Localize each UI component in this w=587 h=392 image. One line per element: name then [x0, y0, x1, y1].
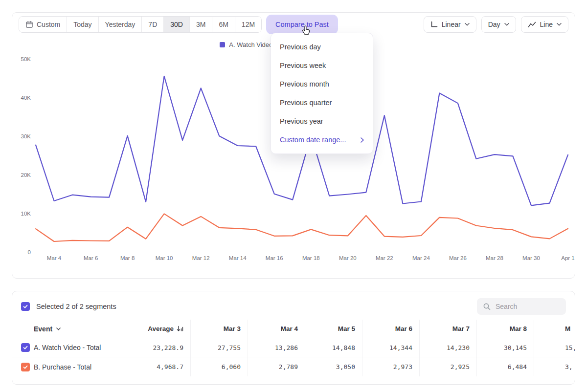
value-cell: 14,230	[420, 338, 477, 357]
svg-text:0: 0	[28, 249, 31, 255]
check-icon	[23, 304, 28, 309]
svg-text:Mar 24: Mar 24	[412, 255, 430, 261]
range-30d-button[interactable]: 30D	[164, 17, 190, 32]
svg-text:Mar 4: Mar 4	[47, 255, 62, 261]
svg-text:Mar 30: Mar 30	[522, 255, 540, 261]
search-box	[477, 298, 566, 315]
value-cell: 30,145	[477, 338, 534, 357]
svg-text:40K: 40K	[21, 95, 31, 101]
scale-label: Linear	[442, 21, 461, 28]
range-custom-button[interactable]: Custom	[19, 17, 67, 32]
menu-item-custom-date-range[interactable]: Custom date range...	[271, 131, 373, 149]
menu-item-previous-quarter[interactable]: Previous quarter	[271, 93, 373, 112]
sort-icon	[177, 326, 183, 332]
column-header-mar-6: Mar 6	[362, 320, 420, 338]
value-cell: 2,925	[420, 357, 477, 376]
svg-text:30K: 30K	[21, 133, 31, 139]
line-chart-icon	[528, 22, 536, 28]
svg-text:Mar 12: Mar 12	[192, 255, 210, 261]
table-toolbar: Selected 2 of 2 segments	[12, 291, 575, 320]
search-icon	[483, 303, 491, 311]
value-cell: 6,060	[191, 357, 248, 376]
event-header-label: Event	[34, 325, 52, 333]
svg-text:20K: 20K	[21, 172, 31, 178]
menu-item-previous-month[interactable]: Previous month	[271, 75, 373, 93]
row-checkbox[interactable]	[21, 343, 30, 352]
granularity-select[interactable]: Day	[481, 16, 516, 33]
svg-text:Mar 14: Mar 14	[229, 255, 247, 261]
range-today-button[interactable]: Today	[67, 17, 98, 32]
value-cell: 14,848	[305, 338, 362, 357]
legend-swatch	[220, 42, 225, 47]
svg-text:50K: 50K	[21, 56, 31, 62]
check-icon	[23, 364, 28, 370]
value-cell: 3,050	[305, 357, 362, 376]
svg-text:Mar 28: Mar 28	[486, 255, 503, 261]
chevron-down-icon	[56, 327, 61, 330]
range-6m-button[interactable]: 6M	[212, 17, 235, 32]
chevron-down-icon	[504, 23, 509, 26]
date-range-group: CustomTodayYesterday7D30D3M6M12M	[19, 16, 262, 33]
range-yesterday-button[interactable]: Yesterday	[99, 17, 142, 32]
svg-text:Mar 26: Mar 26	[449, 255, 467, 261]
svg-text:Mar 16: Mar 16	[266, 255, 283, 261]
column-header-mar-4: Mar 4	[248, 320, 305, 338]
row-label-cell: A. Watch Video - Total	[12, 343, 134, 352]
custom-date-range-label: Custom date range...	[280, 136, 346, 144]
chart-type-label: Line	[540, 21, 553, 28]
chart-type-select[interactable]: Line	[521, 16, 568, 33]
row-label: B. Purchase - Total	[34, 363, 91, 371]
menu-item-previous-week[interactable]: Previous week	[271, 56, 373, 75]
value-cell: 23,228.9	[134, 338, 191, 357]
value-cell: 6,484	[477, 357, 534, 376]
search-input[interactable]	[496, 303, 557, 310]
value-cell: 13,286	[248, 338, 305, 357]
column-header-mar-7: Mar 7	[420, 320, 477, 338]
table-row-b-purchase-total[interactable]: B. Purchase - Total4,968.76,0602,7893,05…	[12, 357, 575, 376]
compare-menu: Previous dayPrevious weekPrevious monthP…	[271, 33, 373, 154]
column-header-m: M	[534, 320, 575, 338]
range-12m-button[interactable]: 12M	[235, 17, 261, 32]
range-3m-button[interactable]: 3M	[190, 17, 212, 32]
column-header-mar-5: Mar 5	[305, 320, 362, 338]
svg-text:Apr 1: Apr 1	[561, 255, 575, 261]
selected-count-label: Selected 2 of 2 segments	[36, 303, 116, 310]
column-header-average[interactable]: Average	[134, 320, 191, 338]
column-header-mar-3: Mar 3	[191, 320, 248, 338]
svg-text:Mar 18: Mar 18	[302, 255, 320, 261]
select-all-checkbox[interactable]	[21, 302, 30, 311]
column-header-event[interactable]: Event	[12, 325, 134, 333]
chart-card: CustomTodayYesterday7D30D3M6M12M Compare…	[12, 12, 575, 279]
value-cell: 2,973	[362, 357, 420, 376]
menu-item-previous-year[interactable]: Previous year	[271, 112, 373, 131]
row-checkbox[interactable]	[21, 363, 30, 371]
svg-text:Mar 22: Mar 22	[376, 255, 393, 261]
value-cell: 15,	[534, 338, 575, 357]
value-cell: 2,789	[248, 357, 305, 376]
range-7d-button[interactable]: 7D	[142, 17, 164, 32]
value-cell: 4,968.7	[134, 357, 191, 376]
compare-to-past-button[interactable]: Compare to Past	[268, 16, 337, 33]
value-cell: 14,344	[362, 338, 420, 357]
chevron-down-icon	[465, 23, 470, 26]
svg-text:Mar 10: Mar 10	[156, 255, 173, 261]
scale-select[interactable]: Linear	[424, 16, 476, 33]
svg-text:10K: 10K	[21, 211, 31, 217]
calendar-icon	[25, 21, 33, 28]
value-cell: 3,	[534, 357, 575, 376]
linear-scale-icon	[430, 21, 438, 28]
menu-item-previous-day[interactable]: Previous day	[271, 38, 373, 56]
svg-text:Mar 6: Mar 6	[84, 255, 98, 261]
segments-table: EventAverageMar 3Mar 4Mar 5Mar 6Mar 7Mar…	[12, 320, 575, 376]
chart-options-group: Linear Day Line	[424, 16, 568, 33]
row-label: A. Watch Video - Total	[34, 344, 101, 351]
svg-text:Mar 8: Mar 8	[120, 255, 135, 261]
granularity-label: Day	[488, 21, 500, 28]
value-cell: 27,755	[191, 338, 248, 357]
table-row-a-watch-video-total[interactable]: A. Watch Video - Total23,228.927,75513,2…	[12, 338, 575, 357]
table-header-row: EventAverageMar 3Mar 4Mar 5Mar 6Mar 7Mar…	[12, 320, 575, 338]
column-header-mar-8: Mar 8	[477, 320, 534, 338]
check-icon	[23, 345, 28, 350]
chevron-right-icon	[361, 137, 364, 143]
chevron-down-icon	[557, 23, 562, 26]
